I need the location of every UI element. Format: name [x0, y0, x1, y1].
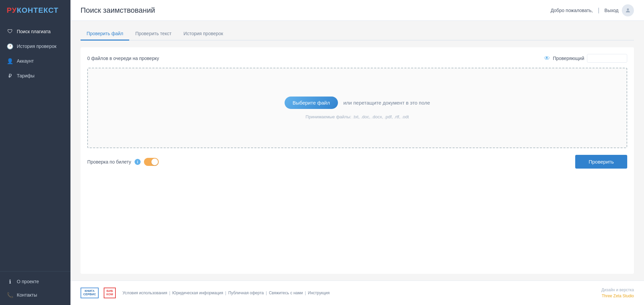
page-title: Поиск заимствований	[81, 6, 155, 15]
info-icon[interactable]: i	[135, 159, 141, 165]
toggle-thumb	[151, 159, 158, 165]
checker-input[interactable]	[587, 54, 627, 63]
footer-link-manual[interactable]: Инструкция	[308, 291, 330, 295]
bottom-row: Проверка по билету i Проверить	[87, 155, 627, 169]
sidebar-item-contacts[interactable]: 📞 Контакты	[0, 288, 70, 302]
logout-button[interactable]: Выход	[604, 8, 618, 13]
logo-kontekst: КОНТЕКСТ	[17, 6, 58, 14]
sidebar-item-account[interactable]: 👤 Аккаунт	[0, 54, 70, 68]
header-right: Добро пожаловать, | Выход	[551, 4, 634, 16]
svg-point-0	[627, 8, 629, 10]
footer-credit: Дизайн и верстка Three Zeta Studio	[601, 287, 634, 299]
sidebar-item-about[interactable]: ℹ О проекте	[0, 275, 70, 288]
sidebar-footer: ℹ О проекте 📞 Контакты	[0, 271, 70, 305]
footer-links: Условия использования | Юридическая инфо…	[122, 291, 330, 295]
queue-bar: 0 файлов в очереди на проверку 👁 Проверя…	[87, 54, 627, 63]
sidebar-item-about-label: О проекте	[17, 279, 39, 284]
footer-link-legal[interactable]: Юридическая информация	[172, 291, 223, 295]
footer-link-contact[interactable]: Свяжитесь с нами	[269, 291, 303, 295]
kniga-servis-logo: КНИГА СЕРВИС	[81, 288, 99, 298]
history-icon: 🕐	[7, 43, 13, 50]
sidebar-item-plagiat[interactable]: 🛡 Поиск плагиата	[0, 24, 70, 39]
sidebar-item-tariffs[interactable]: ₽ Тарифы	[0, 68, 70, 83]
ruble-icon: ₽	[7, 72, 13, 79]
footer-link-terms[interactable]: Условия использования	[122, 291, 167, 295]
logo-ru: РУ	[7, 6, 17, 14]
bibkom-logo-line2: КОМ	[106, 293, 113, 296]
choose-file-button[interactable]: Выберите файл	[285, 97, 338, 109]
eye-icon: 👁	[544, 55, 550, 62]
sidebar-item-account-label: Аккаунт	[17, 58, 34, 64]
ticket-check-label: Проверка по билету	[87, 159, 131, 165]
tab-check-file[interactable]: Проверить файл	[81, 27, 129, 41]
footer-link-offer[interactable]: Публичная оферта	[228, 291, 264, 295]
checker-label: Проверяющий	[553, 56, 584, 61]
shield-icon: 🛡	[7, 28, 13, 35]
bibkom-logo: БИБ КОМ	[104, 288, 116, 298]
tabs: Проверить файл Проверить текст История п…	[81, 27, 634, 41]
user-icon: 👤	[7, 58, 13, 64]
dropzone-row: Выберите файл или перетащите документ в …	[285, 97, 430, 109]
verify-button[interactable]: Проверить	[575, 155, 627, 169]
sidebar-logo: РУКОНТЕКСТ	[0, 0, 70, 21]
welcome-text: Добро пожаловать,	[551, 8, 593, 13]
sidebar-item-tariffs-label: Тарифы	[17, 73, 35, 78]
footer-logos: КНИГА СЕРВИС БИБ КОМ	[81, 288, 116, 298]
phone-icon: 📞	[7, 292, 13, 298]
main-area: Поиск заимствований Добро пожаловать, | …	[70, 0, 644, 305]
checker-info: 👁 Проверяющий	[544, 54, 627, 63]
ticket-toggle[interactable]	[144, 158, 159, 166]
sidebar-item-history[interactable]: 🕐 История проверок	[0, 39, 70, 54]
sidebar-nav: 🛡 Поиск плагиата 🕐 История проверок 👤 Ак…	[0, 21, 70, 271]
sidebar-item-plagiat-label: Поиск плагиата	[17, 29, 51, 34]
sidebar-item-contacts-label: Контакты	[17, 292, 37, 298]
toggle-track	[144, 158, 159, 166]
dropzone[interactable]: Выберите файл или перетащите документ в …	[87, 68, 627, 148]
content-area: Проверить файл Проверить текст История п…	[70, 21, 644, 281]
upload-section: 0 файлов в очереди на проверку 👁 Проверя…	[81, 47, 634, 274]
sidebar: РУКОНТЕКСТ 🛡 Поиск плагиата 🕐 История пр…	[0, 0, 70, 305]
dropzone-or-text: или перетащите документ в это поле	[343, 100, 430, 106]
footer-credit-line1: Дизайн и верстка	[601, 287, 634, 293]
tab-history[interactable]: История проверок	[178, 27, 229, 41]
header-divider: |	[598, 7, 599, 14]
footer: КНИГА СЕРВИС БИБ КОМ Условия использован…	[70, 281, 644, 305]
kniga-servis-logo-line2: СЕРВИС	[83, 293, 96, 296]
avatar	[622, 4, 634, 16]
footer-credit-brand: Three Zeta Studio	[601, 293, 634, 299]
header: Поиск заимствований Добро пожаловать, | …	[70, 0, 644, 21]
accepted-formats: Принимаемые файлы: .txt, .doc, .docx, .p…	[306, 114, 409, 119]
ticket-check: Проверка по билету i	[87, 158, 159, 166]
queue-info: 0 файлов в очереди на проверку	[87, 56, 159, 61]
sidebar-item-history-label: История проверок	[17, 44, 56, 49]
tab-check-text[interactable]: Проверить текст	[129, 27, 178, 41]
info-circle-icon: ℹ	[7, 278, 13, 285]
